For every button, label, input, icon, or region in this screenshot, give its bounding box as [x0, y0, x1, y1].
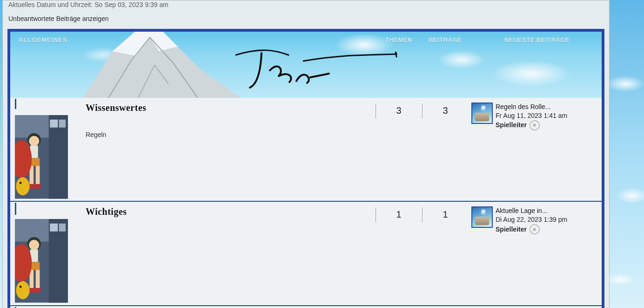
svg-point-17 [20, 182, 22, 184]
last-post-avatar[interactable] [471, 206, 493, 228]
last-post-user-link[interactable]: Spielleiter [496, 121, 527, 130]
forum-thumbnail-icon [15, 108, 68, 206]
goto-last-post-icon[interactable] [530, 224, 540, 234]
last-post-avatar[interactable] [471, 103, 493, 124]
svg-point-33 [20, 286, 22, 288]
forum-title: Wichtiges [86, 206, 371, 217]
forum-icon-cell [10, 98, 72, 201]
last-post-date: Fr Aug 11, 2023 1:41 am [496, 111, 567, 120]
svg-rect-20 [49, 219, 68, 302]
forum-info: Wissenswertes Regeln [72, 98, 376, 201]
forum-row: Wissenswertes Regeln 3 3 Regeln des Roll… [10, 98, 602, 201]
col-header-topics: THEMEN [376, 36, 422, 43]
svg-point-16 [16, 177, 29, 195]
last-post-text: Regeln des Rolle... Fr Aug 11, 2023 1:41… [496, 103, 567, 196]
svg-rect-14 [34, 184, 40, 189]
forum-info: Öffentlicher Bereich Gesuche, Listen [72, 306, 376, 308]
last-post-user: Spielleiter [496, 224, 567, 234]
forum-row: Öffentlicher Bereich Gesuche, Listen 10 … [10, 305, 602, 308]
column-headers: THEMEN BEITRÄGE NEUESTE BEITRÄGE [376, 36, 602, 43]
post-count: 15 [422, 306, 469, 308]
topic-count: 1 [376, 202, 422, 305]
forum-row: Wichtiges 1 1 Aktuelle Lage in... Di Aug… [10, 201, 602, 305]
background-clouds [607, 0, 644, 308]
post-count: 3 [422, 98, 469, 201]
banner-script-text [234, 45, 401, 91]
forum-panel: ALLGEMEINES THEMEN BEITRÄGE NEUESTE BEIT… [7, 29, 604, 308]
category-banner: ALLGEMEINES THEMEN BEITRÄGE NEUESTE BEIT… [10, 32, 602, 98]
last-post: Charakterinforma... Mi Aug 30, 2023 1:22… [469, 306, 602, 308]
last-post: Aktuelle Lage in... Di Aug 22, 2023 1:39… [469, 202, 602, 305]
unanswered-posts-area: Unbeantwortete Beiträge anzeigen [7, 10, 604, 29]
svg-rect-12 [36, 166, 40, 185]
svg-point-8 [29, 136, 39, 146]
goto-last-post-icon[interactable] [530, 120, 540, 130]
topic-count: 3 [376, 98, 422, 201]
svg-rect-22 [59, 224, 66, 232]
svg-rect-28 [36, 270, 40, 289]
forum-icon-link[interactable] [15, 99, 68, 215]
last-post-topic-link[interactable]: Regeln des Rolle... [496, 103, 550, 110]
page-container: Aktuelles Datum und Uhrzeit: So Sep 03, … [2, 0, 610, 308]
forum-thumbnail-icon [15, 212, 68, 308]
svg-rect-6 [59, 120, 66, 128]
last-post-text: Aktuelle Lage in... Di Aug 22, 2023 1:39… [496, 206, 567, 300]
last-post: Regeln des Rolle... Fr Aug 11, 2023 1:41… [469, 98, 602, 201]
svg-rect-4 [49, 115, 68, 198]
forum-icon-link[interactable] [15, 203, 68, 308]
last-post-topic: Regeln des Rolle... [496, 103, 567, 111]
col-header-latest: NEUESTE BEITRÄGE [469, 36, 602, 43]
category-title: ALLGEMEINES [19, 36, 67, 43]
current-datetime: Aktuelles Datum und Uhrzeit: So Sep 03, … [7, 0, 604, 10]
post-count: 1 [422, 202, 469, 305]
last-post-topic-link[interactable]: Aktuelle Lage in... [496, 207, 547, 214]
topic-count: 10 [376, 306, 422, 308]
unanswered-posts-link[interactable]: Unbeantwortete Beiträge anzeigen [8, 15, 109, 22]
banner-mountain [80, 32, 248, 98]
svg-point-32 [16, 281, 29, 300]
svg-point-24 [29, 240, 39, 250]
svg-rect-21 [50, 224, 58, 232]
last-post-user-link[interactable]: Spielleiter [496, 225, 527, 234]
forum-title: Wissenswertes [86, 103, 371, 113]
forum-icon-cell [10, 202, 72, 305]
forum-rows: Wissenswertes Regeln 3 3 Regeln des Roll… [10, 98, 602, 308]
last-post-topic: Aktuelle Lage in... [496, 206, 567, 215]
svg-rect-30 [34, 288, 40, 293]
forum-description: Regeln [86, 131, 371, 138]
last-post-date: Di Aug 22, 2023 1:39 pm [496, 215, 567, 224]
forum-title-link[interactable]: Wichtiges [86, 206, 127, 217]
forum-title-link[interactable]: Wissenswertes [86, 103, 147, 113]
col-header-posts: BEITRÄGE [422, 36, 469, 43]
last-post-user: Spielleiter [496, 120, 567, 130]
forum-info: Wichtiges [72, 202, 376, 305]
svg-rect-5 [50, 120, 58, 128]
